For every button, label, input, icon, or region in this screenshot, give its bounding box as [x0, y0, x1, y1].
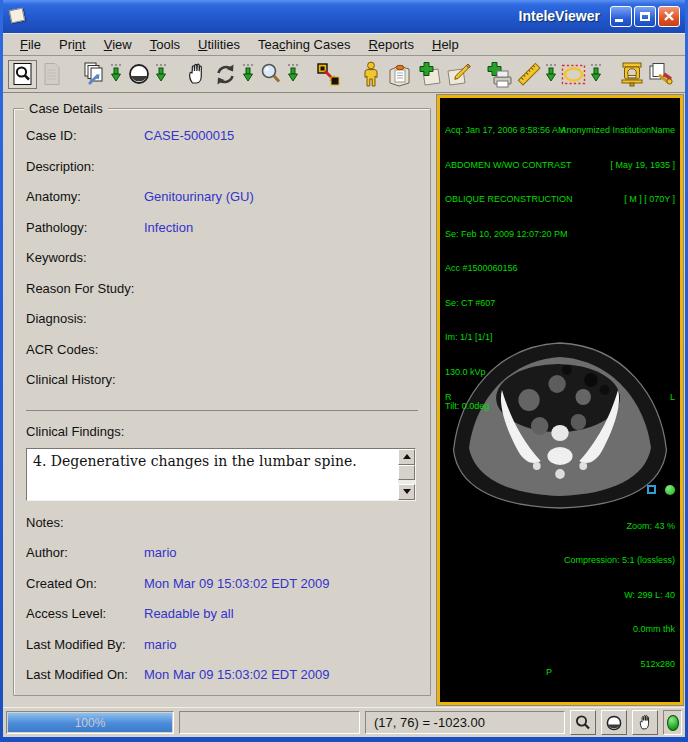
- zoom-region-icon: [316, 62, 341, 87]
- field-value: Mon Mar 09 15:03:02 EDT 2009: [144, 576, 330, 591]
- status-pan-button[interactable]: [632, 710, 658, 735]
- inteleviewer-window: InteleViewer File Print View Tools Utili…: [0, 0, 688, 742]
- field-label: ACR Codes:: [26, 342, 144, 357]
- blank-page-icon: [41, 62, 63, 86]
- ruler-dropdown[interactable]: [543, 60, 559, 89]
- overlay-series-number: Se: CT #607: [445, 298, 573, 310]
- series-stack-button[interactable]: [79, 60, 108, 89]
- find-study-icon: [11, 62, 35, 86]
- roi-dropdown[interactable]: [588, 60, 604, 89]
- overlay-accession: Acc #1500060156: [445, 263, 573, 275]
- maximize-icon: [640, 12, 650, 21]
- minimize-icon: [615, 19, 623, 22]
- menu-view[interactable]: View: [95, 34, 141, 55]
- close-button[interactable]: [658, 6, 680, 27]
- ruler-button[interactable]: [514, 60, 543, 89]
- field-value: mario: [144, 545, 177, 560]
- add-case-button[interactable]: [414, 60, 443, 89]
- field-pathology: Pathology: Infection: [26, 220, 418, 251]
- report-button[interactable]: [385, 60, 414, 89]
- field-value: CASE-5000015: [144, 128, 234, 143]
- arrow-up-icon: [403, 454, 411, 459]
- field-access-level: Access Level: Readable by all: [26, 606, 418, 637]
- overlay-matrix-size: 512x280: [564, 659, 675, 671]
- field-label: Anatomy:: [26, 189, 144, 204]
- scanner-icon: [619, 61, 645, 87]
- field-label: Diagnosis:: [26, 311, 144, 326]
- image-viewport[interactable]: Acq: Jan 17, 2006 8:58:56 AM ABDOMEN W/W…: [437, 95, 683, 705]
- field-description: Description:: [26, 159, 418, 190]
- refresh-icon: [213, 62, 238, 87]
- field-case-id: Case ID: CASE-5000015: [26, 128, 418, 159]
- menu-file[interactable]: File: [11, 34, 50, 55]
- scroll-up-button[interactable]: [398, 449, 415, 465]
- dropdown-arrow-icon: [589, 62, 603, 86]
- field-label: Description:: [26, 159, 144, 174]
- window-level-button[interactable]: [124, 60, 153, 89]
- blank-page-button[interactable]: [37, 60, 66, 89]
- overlay-top-right: Anonymized InstitutionName [ May 19, 193…: [560, 102, 675, 229]
- status-window-level-button[interactable]: [601, 710, 627, 735]
- menu-teaching-cases[interactable]: Teaching Cases: [249, 34, 360, 55]
- series-stack-dropdown[interactable]: [108, 60, 124, 89]
- menu-help[interactable]: Help: [423, 34, 468, 55]
- export-stack-icon: [647, 61, 674, 87]
- find-study-button[interactable]: [8, 60, 37, 89]
- scroll-down-button[interactable]: [398, 484, 415, 500]
- clinical-findings-textbox[interactable]: 4. Degenerative changes in the lumbar sp…: [26, 448, 416, 501]
- maximize-button[interactable]: [634, 6, 656, 27]
- overlay-birthdate: [ May 19, 1935 ]: [560, 160, 675, 172]
- menu-utilities[interactable]: Utilities: [189, 34, 249, 55]
- send-to-printer-button[interactable]: [485, 60, 514, 89]
- connection-led-icon: [667, 715, 679, 731]
- pan-hand-icon: [637, 714, 654, 731]
- progress-bar: 100%: [6, 711, 174, 734]
- menu-reports[interactable]: Reports: [359, 34, 423, 55]
- menu-print[interactable]: Print: [50, 34, 95, 55]
- overlay-thickness: 0.0mm thk: [564, 624, 675, 636]
- zoom-region-button[interactable]: [314, 60, 343, 89]
- app-icon: [9, 7, 27, 25]
- field-clinical-history: Clinical History:: [26, 372, 418, 403]
- overlay-status-icons: [564, 485, 675, 495]
- title-bar[interactable]: InteleViewer: [3, 0, 685, 33]
- field-last-modified-on: Last Modified On: Mon Mar 09 15:03:02 ED…: [26, 667, 418, 698]
- field-label: Reason For Study:: [26, 281, 144, 296]
- refresh-dropdown[interactable]: [240, 60, 256, 89]
- field-value: mario: [144, 637, 177, 652]
- patient-icon: [359, 61, 383, 87]
- export-stack-button[interactable]: [646, 60, 675, 89]
- toolbar: [3, 56, 685, 93]
- patient-button[interactable]: [356, 60, 385, 89]
- window-level-dropdown[interactable]: [153, 60, 169, 89]
- magnify-icon: [574, 714, 592, 732]
- add-case-icon: [416, 61, 442, 87]
- scanner-button[interactable]: [617, 60, 646, 89]
- field-value: Mon Mar 09 15:03:02 EDT 2009: [144, 667, 330, 682]
- minimize-button[interactable]: [610, 6, 632, 27]
- field-acr-codes: ACR Codes:: [26, 342, 418, 373]
- menu-tools[interactable]: Tools: [141, 34, 189, 55]
- report-icon: [387, 62, 412, 87]
- magnify-dropdown[interactable]: [285, 60, 301, 89]
- orientation-marker-left: L: [670, 392, 675, 404]
- dropdown-arrow-icon: [286, 62, 300, 86]
- refresh-button[interactable]: [211, 60, 240, 89]
- magnify-button[interactable]: [256, 60, 285, 89]
- progress-label: 100%: [7, 712, 173, 733]
- findings-scrollbar[interactable]: [398, 449, 415, 500]
- field-diagnosis: Diagnosis:: [26, 311, 418, 342]
- field-value: Readable by all: [144, 606, 234, 621]
- clinical-findings-text: 4. Degenerative changes in the lumbar sp…: [27, 449, 415, 469]
- roi-ellipse-button[interactable]: [559, 60, 588, 89]
- edit-case-button[interactable]: [443, 60, 472, 89]
- field-label: Keywords:: [26, 250, 144, 265]
- scroll-thumb[interactable]: [398, 465, 415, 480]
- status-magnify-button[interactable]: [570, 710, 596, 735]
- dropdown-arrow-icon: [154, 62, 168, 86]
- window-level-icon: [605, 714, 623, 732]
- window-title: InteleViewer: [519, 8, 600, 24]
- field-label: Access Level:: [26, 606, 144, 621]
- pan-button[interactable]: [182, 60, 211, 89]
- menu-bar: File Print View Tools Utilities Teaching…: [3, 33, 685, 56]
